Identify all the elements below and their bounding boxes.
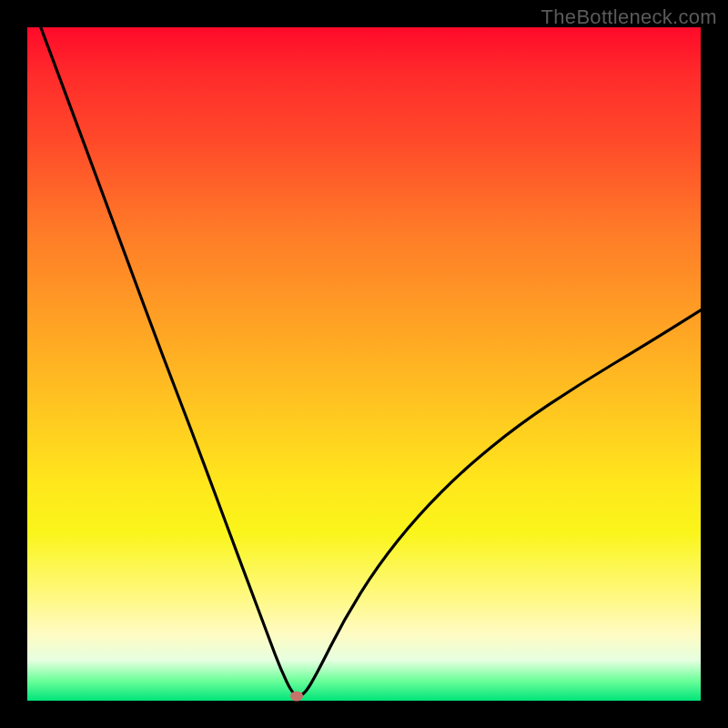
watermark-text: TheBottleneck.com [541,5,717,29]
optimal-point-marker [290,691,303,701]
chart-plot-area [27,27,701,701]
chart-curve [27,27,701,701]
bottleneck-curve-line [41,27,701,696]
